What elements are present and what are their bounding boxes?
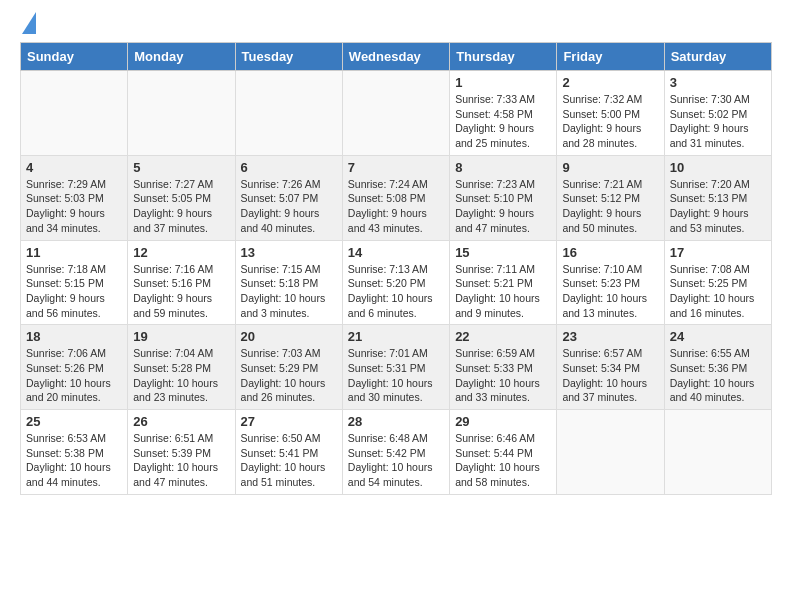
day-info: Sunrise: 6:48 AMSunset: 5:42 PMDaylight:… — [348, 431, 444, 490]
calendar-day-cell: 14Sunrise: 7:13 AMSunset: 5:20 PMDayligh… — [342, 240, 449, 325]
calendar-day-cell: 2Sunrise: 7:32 AMSunset: 5:00 PMDaylight… — [557, 71, 664, 156]
calendar-day-cell: 28Sunrise: 6:48 AMSunset: 5:42 PMDayligh… — [342, 410, 449, 495]
calendar-day-cell: 5Sunrise: 7:27 AMSunset: 5:05 PMDaylight… — [128, 155, 235, 240]
day-number: 2 — [562, 75, 658, 90]
day-number: 11 — [26, 245, 122, 260]
calendar-day-cell: 20Sunrise: 7:03 AMSunset: 5:29 PMDayligh… — [235, 325, 342, 410]
weekday-header-row: SundayMondayTuesdayWednesdayThursdayFrid… — [21, 43, 772, 71]
logo — [20, 16, 36, 34]
calendar-day-cell: 15Sunrise: 7:11 AMSunset: 5:21 PMDayligh… — [450, 240, 557, 325]
calendar-day-cell: 17Sunrise: 7:08 AMSunset: 5:25 PMDayligh… — [664, 240, 771, 325]
day-number: 29 — [455, 414, 551, 429]
day-number: 13 — [241, 245, 337, 260]
day-info: Sunrise: 7:11 AMSunset: 5:21 PMDaylight:… — [455, 262, 551, 321]
day-number: 23 — [562, 329, 658, 344]
calendar-day-cell: 27Sunrise: 6:50 AMSunset: 5:41 PMDayligh… — [235, 410, 342, 495]
calendar-week-row: 25Sunrise: 6:53 AMSunset: 5:38 PMDayligh… — [21, 410, 772, 495]
weekday-header-cell: Wednesday — [342, 43, 449, 71]
day-info: Sunrise: 7:26 AMSunset: 5:07 PMDaylight:… — [241, 177, 337, 236]
day-info: Sunrise: 6:51 AMSunset: 5:39 PMDaylight:… — [133, 431, 229, 490]
calendar-body: 1Sunrise: 7:33 AMSunset: 4:58 PMDaylight… — [21, 71, 772, 495]
calendar-day-cell: 4Sunrise: 7:29 AMSunset: 5:03 PMDaylight… — [21, 155, 128, 240]
calendar-day-cell — [235, 71, 342, 156]
weekday-header-cell: Thursday — [450, 43, 557, 71]
calendar-day-cell — [342, 71, 449, 156]
day-number: 4 — [26, 160, 122, 175]
calendar-day-cell: 26Sunrise: 6:51 AMSunset: 5:39 PMDayligh… — [128, 410, 235, 495]
day-info: Sunrise: 6:57 AMSunset: 5:34 PMDaylight:… — [562, 346, 658, 405]
day-number: 27 — [241, 414, 337, 429]
day-info: Sunrise: 7:30 AMSunset: 5:02 PMDaylight:… — [670, 92, 766, 151]
day-number: 7 — [348, 160, 444, 175]
day-info: Sunrise: 6:59 AMSunset: 5:33 PMDaylight:… — [455, 346, 551, 405]
day-info: Sunrise: 6:46 AMSunset: 5:44 PMDaylight:… — [455, 431, 551, 490]
day-number: 24 — [670, 329, 766, 344]
calendar-day-cell: 21Sunrise: 7:01 AMSunset: 5:31 PMDayligh… — [342, 325, 449, 410]
day-info: Sunrise: 6:53 AMSunset: 5:38 PMDaylight:… — [26, 431, 122, 490]
calendar-table: SundayMondayTuesdayWednesdayThursdayFrid… — [20, 42, 772, 495]
day-info: Sunrise: 6:55 AMSunset: 5:36 PMDaylight:… — [670, 346, 766, 405]
calendar-day-cell: 24Sunrise: 6:55 AMSunset: 5:36 PMDayligh… — [664, 325, 771, 410]
calendar-day-cell: 22Sunrise: 6:59 AMSunset: 5:33 PMDayligh… — [450, 325, 557, 410]
day-number: 5 — [133, 160, 229, 175]
calendar-week-row: 1Sunrise: 7:33 AMSunset: 4:58 PMDaylight… — [21, 71, 772, 156]
day-number: 26 — [133, 414, 229, 429]
calendar-day-cell: 10Sunrise: 7:20 AMSunset: 5:13 PMDayligh… — [664, 155, 771, 240]
weekday-header-cell: Friday — [557, 43, 664, 71]
day-info: Sunrise: 7:29 AMSunset: 5:03 PMDaylight:… — [26, 177, 122, 236]
day-info: Sunrise: 7:20 AMSunset: 5:13 PMDaylight:… — [670, 177, 766, 236]
day-number: 8 — [455, 160, 551, 175]
day-number: 1 — [455, 75, 551, 90]
day-info: Sunrise: 7:16 AMSunset: 5:16 PMDaylight:… — [133, 262, 229, 321]
day-info: Sunrise: 7:33 AMSunset: 4:58 PMDaylight:… — [455, 92, 551, 151]
day-number: 14 — [348, 245, 444, 260]
logo-triangle-icon — [22, 12, 36, 34]
calendar-day-cell — [21, 71, 128, 156]
day-number: 12 — [133, 245, 229, 260]
calendar-day-cell: 1Sunrise: 7:33 AMSunset: 4:58 PMDaylight… — [450, 71, 557, 156]
day-number: 21 — [348, 329, 444, 344]
weekday-header-cell: Sunday — [21, 43, 128, 71]
day-number: 28 — [348, 414, 444, 429]
day-number: 3 — [670, 75, 766, 90]
day-info: Sunrise: 7:08 AMSunset: 5:25 PMDaylight:… — [670, 262, 766, 321]
calendar-day-cell: 7Sunrise: 7:24 AMSunset: 5:08 PMDaylight… — [342, 155, 449, 240]
day-number: 16 — [562, 245, 658, 260]
day-info: Sunrise: 7:24 AMSunset: 5:08 PMDaylight:… — [348, 177, 444, 236]
calendar-day-cell: 9Sunrise: 7:21 AMSunset: 5:12 PMDaylight… — [557, 155, 664, 240]
calendar-week-row: 11Sunrise: 7:18 AMSunset: 5:15 PMDayligh… — [21, 240, 772, 325]
day-info: Sunrise: 7:23 AMSunset: 5:10 PMDaylight:… — [455, 177, 551, 236]
calendar-day-cell — [557, 410, 664, 495]
calendar-day-cell: 12Sunrise: 7:16 AMSunset: 5:16 PMDayligh… — [128, 240, 235, 325]
calendar-day-cell: 19Sunrise: 7:04 AMSunset: 5:28 PMDayligh… — [128, 325, 235, 410]
calendar-day-cell: 18Sunrise: 7:06 AMSunset: 5:26 PMDayligh… — [21, 325, 128, 410]
weekday-header-cell: Monday — [128, 43, 235, 71]
calendar-day-cell: 11Sunrise: 7:18 AMSunset: 5:15 PMDayligh… — [21, 240, 128, 325]
day-number: 6 — [241, 160, 337, 175]
page-header — [20, 16, 772, 34]
day-number: 9 — [562, 160, 658, 175]
day-info: Sunrise: 6:50 AMSunset: 5:41 PMDaylight:… — [241, 431, 337, 490]
day-number: 19 — [133, 329, 229, 344]
calendar-day-cell: 6Sunrise: 7:26 AMSunset: 5:07 PMDaylight… — [235, 155, 342, 240]
day-info: Sunrise: 7:21 AMSunset: 5:12 PMDaylight:… — [562, 177, 658, 236]
calendar-week-row: 4Sunrise: 7:29 AMSunset: 5:03 PMDaylight… — [21, 155, 772, 240]
day-number: 10 — [670, 160, 766, 175]
calendar-day-cell: 23Sunrise: 6:57 AMSunset: 5:34 PMDayligh… — [557, 325, 664, 410]
calendar-day-cell: 25Sunrise: 6:53 AMSunset: 5:38 PMDayligh… — [21, 410, 128, 495]
day-number: 25 — [26, 414, 122, 429]
day-info: Sunrise: 7:32 AMSunset: 5:00 PMDaylight:… — [562, 92, 658, 151]
calendar-day-cell: 29Sunrise: 6:46 AMSunset: 5:44 PMDayligh… — [450, 410, 557, 495]
day-info: Sunrise: 7:03 AMSunset: 5:29 PMDaylight:… — [241, 346, 337, 405]
calendar-week-row: 18Sunrise: 7:06 AMSunset: 5:26 PMDayligh… — [21, 325, 772, 410]
day-number: 17 — [670, 245, 766, 260]
day-info: Sunrise: 7:13 AMSunset: 5:20 PMDaylight:… — [348, 262, 444, 321]
day-info: Sunrise: 7:01 AMSunset: 5:31 PMDaylight:… — [348, 346, 444, 405]
day-info: Sunrise: 7:27 AMSunset: 5:05 PMDaylight:… — [133, 177, 229, 236]
day-info: Sunrise: 7:15 AMSunset: 5:18 PMDaylight:… — [241, 262, 337, 321]
day-info: Sunrise: 7:10 AMSunset: 5:23 PMDaylight:… — [562, 262, 658, 321]
weekday-header-cell: Tuesday — [235, 43, 342, 71]
day-number: 20 — [241, 329, 337, 344]
calendar-day-cell: 16Sunrise: 7:10 AMSunset: 5:23 PMDayligh… — [557, 240, 664, 325]
day-info: Sunrise: 7:04 AMSunset: 5:28 PMDaylight:… — [133, 346, 229, 405]
